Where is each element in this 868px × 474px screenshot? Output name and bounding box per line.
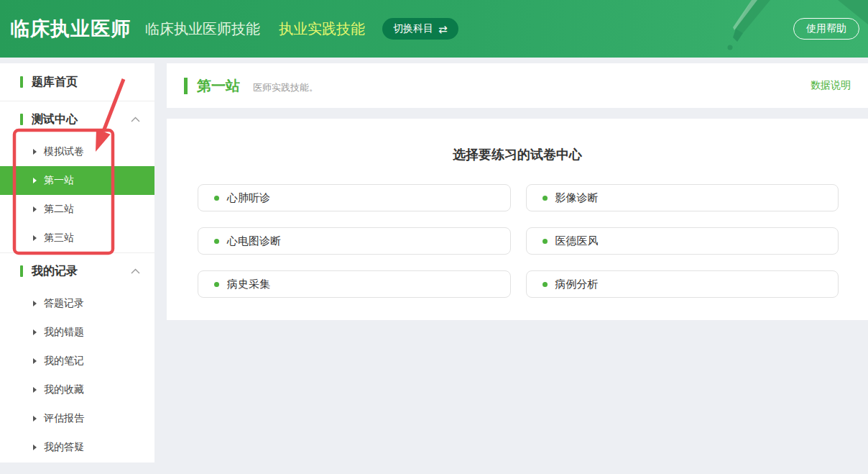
data-description-link[interactable]: 数据说明 [811,79,851,92]
sidebar-item-my-favorites[interactable]: 我的收藏 [0,375,154,404]
sidebar-item-answer-records[interactable]: 答题记录 [0,289,154,318]
green-dot-icon [542,282,548,287]
sidebar-subitem-label: 第三站 [44,232,74,245]
sidebar-section-label: 我的记录 [32,264,78,279]
triangle-right-icon [33,416,37,421]
sidebar-section-test-center[interactable]: 测试中心 [0,101,154,137]
triangle-right-icon [33,235,37,241]
app-logo: 临床执业医师 [10,16,131,42]
sidebar-item-station-3[interactable]: 第三站 [0,224,154,252]
practice-item-label: 心电图诊断 [227,234,281,248]
switch-subject-label: 切换科目 [393,22,433,35]
sidebar-subitem-label: 我的笔记 [44,355,84,368]
green-bar-icon [20,114,23,125]
sidebar-home-label: 题库首页 [32,75,78,90]
page-title: 第一站 [197,76,240,96]
sidebar-subitem-label: 模拟试卷 [44,145,84,158]
triangle-right-icon [33,358,37,364]
pen-decoration-image [688,0,775,58]
triangle-right-icon [33,329,37,335]
sidebar-subitem-label: 我的答疑 [44,441,84,454]
help-button[interactable]: 使用帮助 [793,18,859,40]
active-subject-tab[interactable]: 执业实践技能 [279,19,365,39]
sidebar-subitem-label: 我的收藏 [44,383,84,396]
sidebar-item-home[interactable]: 题库首页 [0,63,154,101]
sidebar-item-station-2[interactable]: 第二站 [0,195,154,224]
chevron-up-icon[interactable] [131,117,140,122]
sidebar-section-label: 测试中心 [32,112,78,127]
sidebar-item-station-1[interactable]: 第一站 [0,166,154,195]
triangle-right-icon [33,178,37,183]
practice-item-label: 病史采集 [227,278,270,291]
green-dot-icon [214,196,219,201]
practice-item-cardiopulmonary-auscultation[interactable]: 心肺听诊 [198,184,511,211]
green-bar-icon [20,76,23,88]
sidebar-item-my-mistakes[interactable]: 我的错题 [0,318,154,347]
practice-item-label: 心肺听诊 [227,191,270,205]
triangle-right-icon [33,149,37,155]
practice-item-history-taking[interactable]: 病史采集 [198,270,511,298]
green-dot-icon [214,282,219,287]
practice-item-imaging-diagnosis[interactable]: 影像诊断 [526,184,839,211]
practice-item-ecg-diagnosis[interactable]: 心电图诊断 [198,227,511,255]
triangle-right-icon [33,387,37,393]
green-dot-icon [542,196,548,201]
green-bar-icon [20,265,23,277]
practice-item-medical-ethics[interactable]: 医德医风 [526,227,839,255]
switch-subject-button[interactable]: 切换科目 ⇄ [382,18,458,40]
chevron-up-icon[interactable] [131,268,140,274]
app-subtitle: 临床执业医师技能 [145,19,260,39]
sidebar-subitem-label: 我的错题 [44,326,84,339]
page-header-bar: 第一站 医师实践技能。 数据说明 [167,63,868,108]
triangle-right-icon [33,445,37,450]
sidebar-item-my-questions[interactable]: 我的答疑 [0,433,154,462]
practice-item-label: 医德医风 [555,234,599,248]
card-title: 选择要练习的试卷中心 [167,146,868,163]
practice-item-label: 影像诊断 [555,191,599,205]
green-dot-icon [542,239,548,244]
triangle-right-icon [33,206,37,212]
sidebar-item-assessment-report[interactable]: 评估报告 [0,404,154,433]
sidebar-section-my-records[interactable]: 我的记录 [0,253,154,289]
sidebar-subitem-label: 答题记录 [44,297,84,310]
sidebar-subitem-label: 评估报告 [44,412,84,425]
swap-arrows-icon: ⇄ [438,24,448,35]
sidebar: 题库首页 测试中心 模拟试卷 第一站 第二站 第三站 我的记录 答题记录 [0,63,154,462]
green-bar-icon [184,78,188,94]
sidebar-item-my-notes[interactable]: 我的笔记 [0,347,154,375]
green-dot-icon [214,239,219,244]
app-header: 临床执业医师 临床执业医师技能 执业实践技能 切换科目 ⇄ 使用帮助 [0,0,868,58]
practice-item-case-analysis[interactable]: 病例分析 [526,270,839,298]
practice-center-card: 选择要练习的试卷中心 心肺听诊 影像诊断 心电图诊断 医德医风 病史采集 病例分… [167,119,868,320]
sidebar-subitem-label: 第二站 [44,203,74,216]
practice-item-label: 病例分析 [555,278,599,291]
practice-grid: 心肺听诊 影像诊断 心电图诊断 医德医风 病史采集 病例分析 [198,184,839,298]
triangle-right-icon [33,301,37,306]
page-subtitle: 医师实践技能。 [253,81,318,94]
sidebar-item-mock-paper[interactable]: 模拟试卷 [0,137,154,166]
sidebar-subitem-label: 第一站 [44,174,74,187]
help-button-label: 使用帮助 [806,22,846,35]
